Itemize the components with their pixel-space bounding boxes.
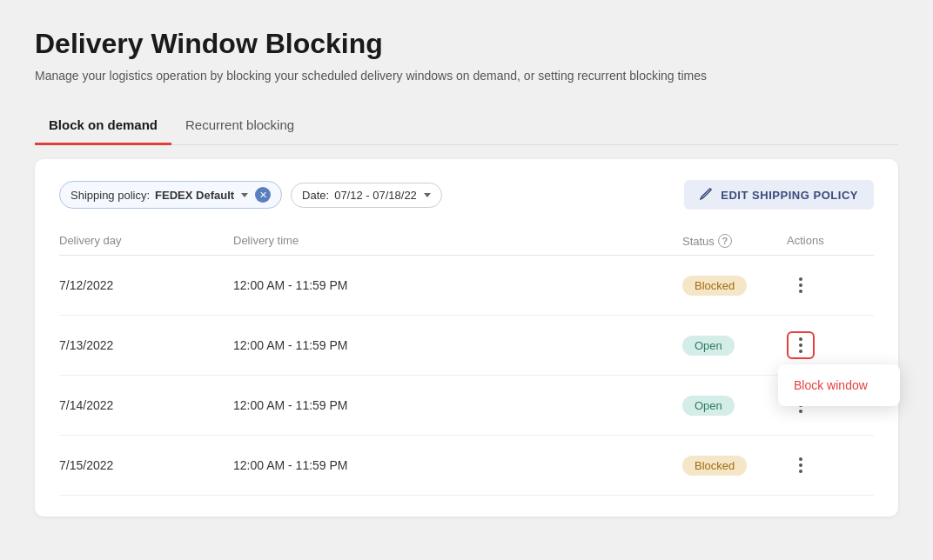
- status-badge: Blocked: [682, 276, 747, 296]
- row-time: 12:00 AM - 11:59 PM: [233, 458, 682, 472]
- table-row: 7/14/2022 12:00 AM - 11:59 PM Open: [59, 376, 874, 436]
- status-badge: Open: [682, 396, 735, 416]
- actions-menu-button[interactable]: [787, 271, 815, 299]
- dot-icon: [799, 343, 802, 347]
- dot-icon: [799, 410, 802, 413]
- page-container: Delivery Window Blocking Manage your log…: [0, 0, 933, 560]
- table-row: 7/15/2022 12:00 AM - 11:59 PM Blocked: [59, 436, 874, 496]
- row-status: Open: [682, 396, 787, 416]
- row-date: 7/15/2022: [59, 458, 233, 472]
- row-time: 12:00 AM - 11:59 PM: [233, 398, 682, 412]
- dot-icon: [799, 337, 802, 341]
- col-delivery-time: Delivery time: [233, 234, 682, 248]
- row-date: 7/14/2022: [59, 398, 233, 412]
- shipping-policy-filter[interactable]: Shipping policy: FEDEX Default ✕: [59, 181, 282, 209]
- dot-icon: [799, 290, 802, 293]
- table-header: Delivery day Delivery time Status ? Acti…: [59, 227, 874, 256]
- shipping-policy-close-icon[interactable]: ✕: [255, 187, 271, 203]
- status-help-icon: ?: [718, 234, 732, 248]
- dot-icon: [799, 470, 802, 473]
- row-status: Blocked: [682, 456, 787, 476]
- edit-pencil-icon: [700, 188, 714, 202]
- row-time: 12:00 AM - 11:59 PM: [233, 278, 682, 292]
- row-actions: [787, 271, 874, 299]
- date-label: Date:: [302, 189, 329, 202]
- filter-bar: Shipping policy: FEDEX Default ✕ Date: 0…: [59, 180, 874, 210]
- status-badge: Open: [682, 336, 735, 356]
- page-subtitle: Manage your logistics operation by block…: [35, 69, 898, 83]
- actions-dropdown: Block window: [778, 364, 900, 406]
- row-status: Open: [682, 336, 787, 356]
- content-card: Shipping policy: FEDEX Default ✕ Date: 0…: [35, 159, 898, 517]
- shipping-policy-label: Shipping policy:: [70, 189, 150, 202]
- dot-icon: [799, 457, 802, 461]
- row-time: 12:00 AM - 11:59 PM: [233, 338, 682, 352]
- shipping-policy-value: FEDEX Default: [155, 189, 234, 202]
- actions-menu-button[interactable]: [787, 331, 815, 359]
- shipping-policy-chevron-icon: [241, 193, 248, 197]
- date-value: 07/12 - 07/18/22: [334, 189, 417, 202]
- col-actions: Actions: [787, 234, 874, 248]
- edit-shipping-policy-button[interactable]: EDIT SHIPPING POLICY: [684, 180, 874, 210]
- dot-icon: [799, 283, 802, 287]
- tabs-bar: Block on demand Recurrent blocking: [35, 107, 898, 145]
- table-row: 7/13/2022 12:00 AM - 11:59 PM Open Block…: [59, 316, 874, 376]
- tab-block-on-demand[interactable]: Block on demand: [35, 107, 171, 145]
- dot-icon: [799, 277, 802, 281]
- page-title: Delivery Window Blocking: [35, 28, 898, 60]
- table-row: 7/12/2022 12:00 AM - 11:59 PM Blocked: [59, 256, 874, 316]
- row-date: 7/13/2022: [59, 338, 233, 352]
- status-badge: Blocked: [682, 456, 747, 476]
- row-actions: Block window: [787, 331, 874, 359]
- date-filter[interactable]: Date: 07/12 - 07/18/22: [291, 183, 442, 208]
- dot-icon: [799, 463, 802, 467]
- date-chevron-icon: [424, 193, 431, 197]
- row-status: Blocked: [682, 276, 787, 296]
- block-window-item[interactable]: Block window: [778, 370, 900, 401]
- dot-icon: [799, 350, 802, 353]
- col-delivery-day: Delivery day: [59, 234, 233, 248]
- actions-menu-button[interactable]: [787, 451, 815, 479]
- row-actions: [787, 451, 874, 479]
- row-date: 7/12/2022: [59, 278, 233, 292]
- col-status: Status ?: [682, 234, 787, 248]
- tab-recurrent-blocking[interactable]: Recurrent blocking: [171, 107, 308, 145]
